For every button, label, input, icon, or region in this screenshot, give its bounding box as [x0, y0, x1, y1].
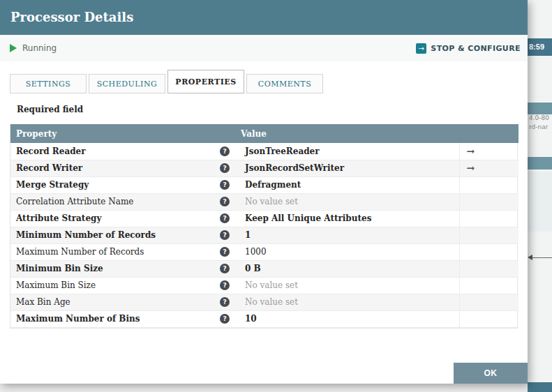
- canvas-processor-fragment: [528, 172, 552, 232]
- property-name: Maximum Bin Size: [16, 280, 96, 290]
- property-value: No value set: [245, 280, 298, 290]
- dialog-title: Processor Details: [0, 0, 133, 35]
- property-value: No value set: [245, 297, 298, 307]
- properties-table: Property Value Record Reader?JsonTreeRea…: [10, 124, 518, 329]
- run-play-icon: [10, 44, 17, 52]
- tab-settings[interactable]: SETTINGS: [10, 74, 87, 93]
- property-value: 10: [245, 314, 257, 324]
- property-value: Keep All Unique Attributes: [245, 213, 371, 223]
- clock-text: 8:59: [528, 38, 552, 56]
- table-row[interactable]: Maximum Number of Records?1000: [10, 243, 519, 260]
- page-status-bar: [0, 382, 528, 392]
- canvas-text-fragment: rd-nar: [529, 123, 548, 130]
- property-name: Max Bin Age: [16, 297, 70, 307]
- table-row[interactable]: Maximum Number of Bins?10: [10, 310, 519, 327]
- property-name: Minimum Bin Size: [16, 264, 103, 273]
- property-name: Record Reader: [16, 146, 86, 156]
- table-row[interactable]: Correlation Attribute Name?No value set: [10, 193, 519, 210]
- tab-bar: SETTINGSSCHEDULINGPROPERTIESCOMMENTS: [10, 70, 528, 93]
- go-to-service-arrow-icon[interactable]: →: [467, 146, 475, 157]
- tab-scheduling[interactable]: SCHEDULING: [89, 74, 165, 93]
- table-row[interactable]: Merge Strategy?Defragment: [10, 176, 519, 193]
- connection-line: [531, 257, 552, 258]
- property-value: No value set: [245, 197, 298, 206]
- ok-button[interactable]: OK: [454, 363, 528, 384]
- table-row[interactable]: Minimum Bin Size?0 B: [10, 260, 519, 277]
- canvas-background-strip: 8:59 4.0-80 rd-nar: [528, 0, 552, 392]
- help-icon[interactable]: ?: [220, 230, 230, 240]
- run-status-label: Running: [22, 43, 57, 53]
- property-value: 0 B: [245, 264, 261, 273]
- property-name: Merge Strategy: [16, 180, 89, 190]
- tab-properties[interactable]: PROPERTIES: [167, 70, 244, 93]
- property-value: 1: [245, 230, 251, 240]
- help-icon[interactable]: ?: [220, 297, 230, 307]
- table-row[interactable]: Record Writer?JsonRecordSetWriter→: [10, 160, 519, 176]
- help-icon[interactable]: ?: [220, 264, 230, 273]
- column-header-property: Property: [10, 124, 235, 143]
- help-icon[interactable]: ?: [220, 213, 230, 223]
- canvas-component-fragment: [528, 157, 552, 169]
- required-field-note: Required field: [17, 105, 528, 114]
- property-name: Maximum Number of Bins: [16, 314, 140, 324]
- property-value: JsonRecordSetWriter: [245, 163, 344, 173]
- help-icon[interactable]: ?: [220, 247, 230, 257]
- table-row[interactable]: Attribute Strategy?Keep All Unique Attri…: [10, 210, 519, 227]
- canvas-text-fragment: 4.0-80: [529, 114, 549, 121]
- column-header-goto: [459, 124, 519, 143]
- column-header-value: Value: [235, 124, 459, 143]
- dialog-header: Processor Details: [0, 0, 528, 35]
- property-name: Maximum Number of Records: [16, 247, 144, 257]
- statusbar-fragment: [528, 382, 552, 392]
- table-header-row: Property Value: [10, 124, 519, 143]
- help-icon[interactable]: ?: [220, 197, 230, 206]
- go-to-service-arrow-icon[interactable]: →: [467, 163, 475, 174]
- property-name: Correlation Attribute Name: [16, 197, 133, 206]
- tab-comments[interactable]: COMMENTS: [246, 74, 323, 93]
- properties-table-body: Record Reader?JsonTreeReader→Record Writ…: [10, 143, 519, 327]
- property-name: Minimum Number of Records: [16, 230, 156, 240]
- table-row[interactable]: Record Reader?JsonTreeReader→: [10, 143, 519, 160]
- table-row[interactable]: Minimum Number of Records?1: [10, 227, 519, 243]
- help-icon[interactable]: ?: [220, 180, 230, 190]
- connection-arrowhead-icon: [528, 255, 532, 260]
- help-icon[interactable]: ?: [220, 280, 230, 290]
- property-value: JsonTreeReader: [245, 146, 320, 156]
- property-value: Defragment: [245, 180, 301, 190]
- processor-details-dialog: Processor Details Running → STOP & CONFI…: [0, 0, 528, 384]
- help-icon[interactable]: ?: [220, 146, 230, 156]
- help-icon[interactable]: ?: [220, 163, 230, 173]
- stop-and-configure-button[interactable]: → STOP & CONFIGURE: [416, 43, 521, 54]
- table-row[interactable]: Max Bin Age?No value set: [10, 294, 519, 310]
- processor-status-bar: Running → STOP & CONFIGURE: [0, 35, 528, 61]
- canvas-component-fragment: [528, 103, 552, 114]
- run-status: Running: [10, 43, 57, 53]
- stop-and-configure-icon: →: [416, 43, 426, 54]
- property-name: Attribute Strategy: [16, 213, 101, 223]
- property-name: Record Writer: [16, 163, 82, 173]
- property-value: 1000: [245, 247, 267, 257]
- stop-and-configure-label: STOP & CONFIGURE: [431, 44, 521, 53]
- help-icon[interactable]: ?: [220, 314, 230, 324]
- table-row[interactable]: Maximum Bin Size?No value set: [10, 277, 519, 294]
